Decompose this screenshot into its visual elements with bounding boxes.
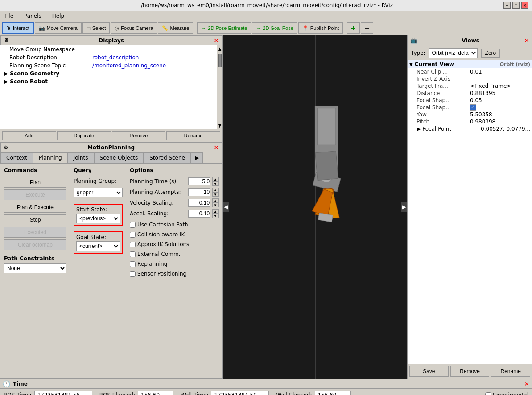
title-bar: /home/ws/roarm_ws_em0/install/roarm_move… [0,0,532,11]
experimental-checkbox[interactable] [485,392,491,395]
publish-label: Publish Point [310,25,339,31]
velocity-scaling-input[interactable] [188,199,210,207]
path-constraints-select[interactable]: None [4,263,66,273]
use-cartesian-path-checkbox[interactable] [130,222,136,228]
remove-display-button[interactable]: Remove [112,131,166,140]
accel-scaling-input[interactable] [188,210,210,218]
tool-measure[interactable]: 📏 Measure [158,22,193,34]
wall-elapsed-value: 156.60 [315,391,351,395]
tab-more-button[interactable]: ▶ [191,152,203,163]
window-controls[interactable]: − □ ✕ [503,2,528,9]
display-item-planning-topic[interactable]: Planning Scene Topic /monitored_planning… [0,62,217,70]
close-button[interactable]: ✕ [521,2,528,9]
planning-attempts-down[interactable]: ▼ [212,192,219,197]
scene-robot-arrow: ▶ [4,78,8,85]
rename-view-button[interactable]: Rename [491,366,530,377]
invert-z-checkbox[interactable] [470,76,476,82]
tool-2d-goal[interactable]: → 2D Goal Pose [252,22,297,34]
velocity-scaling-row: Velocity Scaling: ▲ ▼ [130,198,219,207]
tool-remove[interactable]: − [361,22,374,34]
robot-desc-value: robot_description [92,54,139,61]
zero-button[interactable]: Zero [481,49,500,58]
replanning-checkbox[interactable] [130,261,136,267]
time-title: Time [13,381,28,387]
display-item-move-group[interactable]: Move Group Namespace [0,45,217,53]
focal-shape2-checkbox[interactable] [470,104,476,111]
plan-execute-button[interactable]: Plan & Execute [4,202,66,213]
duplicate-display-button[interactable]: Duplicate [57,131,111,140]
sensor-positioning-checkbox[interactable] [130,271,136,277]
plan-button[interactable]: Plan [4,177,66,188]
start-state-select[interactable]: <previous> [76,214,120,223]
planning-attempts-up[interactable]: ▲ [212,188,219,192]
planning-attempts-input[interactable] [188,188,210,196]
execute-button[interactable]: Execute [4,189,66,200]
tool-interact[interactable]: 🖱 Interact [2,22,34,34]
planning-time-up[interactable]: ▲ [212,177,219,181]
3d-viewport[interactable]: ◀ ▶ [223,35,407,379]
stop-button[interactable]: Stop [4,214,66,225]
scroll-thumb[interactable] [218,54,222,67]
commands-label: Commands [4,167,66,173]
displays-close-button[interactable]: ✕ [214,37,219,44]
display-group-scene-geom[interactable]: ▶ Scene Geometry [0,70,217,78]
executed-button[interactable]: Executed [4,227,66,238]
display-item-robot-desc[interactable]: Robot Description robot_description [0,53,217,62]
focal-point-item[interactable]: ▶ Focal Point -0.00527; 0.0779... [415,125,532,132]
planning-time-down[interactable]: ▼ [212,181,219,186]
accel-scaling-up[interactable]: ▲ [212,209,219,214]
tool-2d-pose[interactable]: → 2D Pose Estimate [197,22,251,34]
tab-stored-scene[interactable]: Stored Scene [144,152,191,163]
menu-panels[interactable]: Panels [21,12,44,20]
pose-label: 2D Pose Estimate [208,25,247,31]
collapse-left-button[interactable]: ◀ [223,202,229,212]
wall-elapsed-label: Wall Elapsed: [276,392,312,395]
tool-publish-point[interactable]: 📍 Publish Point [298,22,343,34]
add-display-button[interactable]: Add [2,131,56,140]
tab-joints[interactable]: Joints [68,152,94,163]
near-clip-value: 0.01 [470,69,482,75]
goal-arrow-icon: → [256,25,261,31]
invert-z-item: Invert Z Axis [415,75,532,82]
planning-attempts-row: Planning Attempts: ▲ ▼ [130,188,219,197]
scroll-up-arrow[interactable]: ▲ [217,45,222,52]
menu-file[interactable]: File [2,12,16,20]
goal-state-select[interactable]: <current> [76,241,120,251]
planning-group-select[interactable]: gripper [74,188,123,198]
rename-display-button[interactable]: Rename [166,131,220,140]
collapse-right-button[interactable]: ▶ [401,202,407,212]
motion-close-button[interactable]: ✕ [214,144,219,151]
external-comm-checkbox[interactable] [130,251,136,257]
menu-help[interactable]: Help [49,12,67,20]
collision-aware-ik-checkbox[interactable] [130,232,136,238]
display-group-scene-robot[interactable]: ▶ Scene Robot [0,78,217,86]
focal-shape1-value: 0.05 [470,97,482,103]
tab-context[interactable]: Context [0,152,33,163]
clear-octomap-button[interactable]: Clear octomap [4,239,66,250]
scroll-down-arrow[interactable]: ▼ [217,122,222,129]
goal-state-label: Goal State: [76,234,120,240]
tool-move-camera[interactable]: 📷 Move Camera [35,22,82,34]
view-type-select[interactable]: Orbit (rviz_defa [429,48,478,58]
minimize-button[interactable]: − [503,2,511,9]
toolbar: 🖱 Interact 📷 Move Camera ◻ Select ◎ Focu… [0,21,532,35]
approx-ik-checkbox[interactable] [130,242,136,247]
tool-focus-camera[interactable]: ◎ Focus Camera [111,22,157,34]
remove-view-button[interactable]: Remove [450,366,490,377]
tab-planning[interactable]: Planning [33,152,68,163]
velocity-scaling-down[interactable]: ▼ [212,203,219,207]
move-camera-label: Move Camera [47,25,78,31]
planning-time-input[interactable] [188,177,210,185]
ros-time-value: 1723531384.56 [34,391,92,395]
accel-scaling-down[interactable]: ▼ [212,214,219,218]
tool-select[interactable]: ◻ Select [82,22,110,34]
current-view-section[interactable]: ▼ Current View Orbit (rviz) [408,60,532,68]
distance-value: 0.881395 [470,90,495,96]
time-close-button[interactable]: ✕ [524,380,529,387]
tab-scene-objects[interactable]: Scene Objects [94,152,144,163]
maximize-button[interactable]: □ [512,2,520,9]
tool-add[interactable]: + [347,22,360,34]
save-view-button[interactable]: Save [409,366,449,377]
velocity-scaling-up[interactable]: ▲ [212,198,219,203]
views-close-button[interactable]: ✕ [524,37,529,44]
